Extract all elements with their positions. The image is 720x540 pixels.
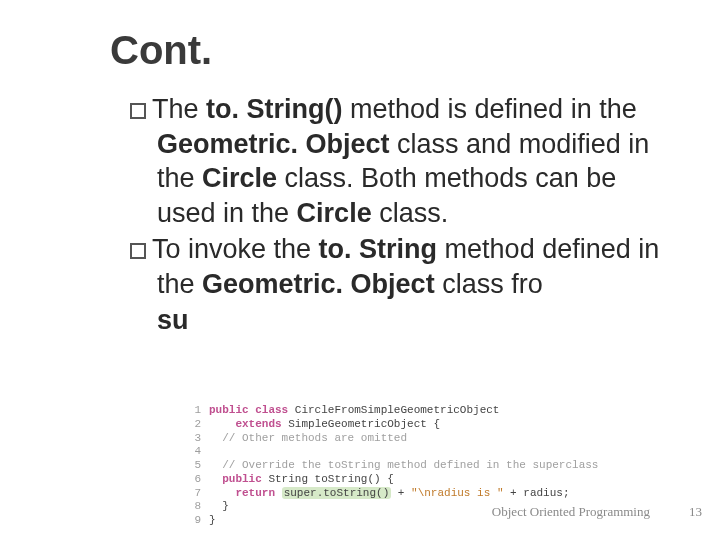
bullet-2-text-c: class fro	[435, 269, 543, 299]
code-line-7: 7 return super.toString() + "\nradius is…	[187, 487, 597, 501]
bullet-1-bold-1: to. String()	[206, 94, 342, 124]
bullet-2-cut: su	[130, 303, 670, 338]
code-line-2: 2 extends SimpleGeometricObject {	[187, 418, 597, 432]
code-line-3: 3 // Other methods are omitted	[187, 432, 597, 446]
bullet-2-bold-2: Geometric. Object	[202, 269, 435, 299]
bullet-2-text-a: To invoke the	[152, 234, 319, 264]
slide-body: The to. String() method is defined in th…	[130, 92, 670, 340]
slide-title: Cont.	[110, 28, 212, 73]
code-line-6: 6 public String toString() {	[187, 473, 597, 487]
bullet-2: To invoke the to. String method defined …	[130, 232, 670, 301]
slide: Cont. The to. String() method is defined…	[0, 0, 720, 540]
code-line-5: 5 // Override the toString method define…	[187, 459, 597, 473]
bullet-1-text-e: class.	[372, 198, 449, 228]
bullet-1-bold-2: Geometric. Object	[157, 129, 390, 159]
bullet-2-cut-text: su	[157, 305, 189, 335]
bullet-2-bold-1: to. String	[319, 234, 437, 264]
bullet-1-text-b: method is defined in the	[343, 94, 637, 124]
bullet-1-text-a: The	[152, 94, 206, 124]
page-number: 13	[689, 504, 702, 520]
code-snippet: 1public class CircleFromSimpleGeometricO…	[187, 404, 597, 514]
checkbox-icon	[130, 103, 146, 119]
checkbox-icon	[130, 243, 146, 259]
bullet-1: The to. String() method is defined in th…	[130, 92, 670, 230]
code-line-1: 1public class CircleFromSimpleGeometricO…	[187, 404, 597, 418]
footer-label: Object Oriented Programming	[492, 504, 650, 520]
code-line-4: 4	[187, 445, 597, 459]
bullet-1-bold-4: Circle	[297, 198, 372, 228]
bullet-1-bold-3: Circle	[202, 163, 277, 193]
